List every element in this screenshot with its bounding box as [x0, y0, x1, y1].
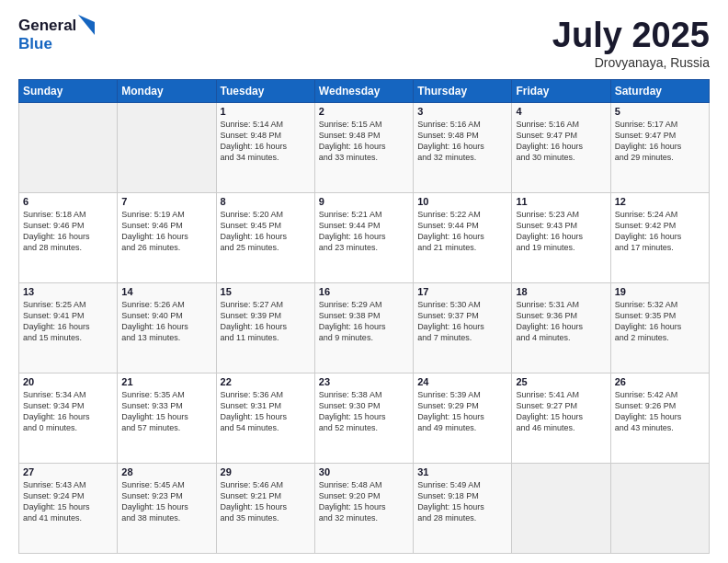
calendar-cell: 27Sunrise: 5:43 AM Sunset: 9:24 PM Dayli… [19, 463, 118, 553]
cell-content: Sunrise: 5:38 AM Sunset: 9:30 PM Dayligh… [319, 389, 409, 434]
week-row-3: 13Sunrise: 5:25 AM Sunset: 9:41 PM Dayli… [19, 282, 710, 373]
calendar-cell: 2Sunrise: 5:15 AM Sunset: 9:48 PM Daylig… [314, 102, 413, 192]
cell-content: Sunrise: 5:45 AM Sunset: 9:23 PM Dayligh… [121, 479, 211, 524]
day-number: 26 [615, 376, 705, 387]
calendar-cell [512, 463, 610, 553]
calendar-cell: 16Sunrise: 5:29 AM Sunset: 9:38 PM Dayli… [314, 282, 413, 373]
cell-content: Sunrise: 5:16 AM Sunset: 9:48 PM Dayligh… [417, 119, 507, 164]
calendar-cell: 19Sunrise: 5:32 AM Sunset: 9:35 PM Dayli… [610, 282, 709, 373]
calendar-cell: 20Sunrise: 5:34 AM Sunset: 9:34 PM Dayli… [19, 373, 118, 463]
cell-content: Sunrise: 5:27 AM Sunset: 9:39 PM Dayligh… [221, 299, 311, 344]
calendar-cell: 23Sunrise: 5:38 AM Sunset: 9:30 PM Dayli… [314, 373, 413, 463]
calendar-cell: 26Sunrise: 5:42 AM Sunset: 9:26 PM Dayli… [610, 373, 709, 463]
title-block: July 2025 Drovyanaya, Russia [552, 17, 710, 70]
day-header-tuesday: Tuesday [216, 79, 314, 102]
calendar-cell: 11Sunrise: 5:23 AM Sunset: 9:43 PM Dayli… [512, 192, 610, 282]
calendar-cell: 30Sunrise: 5:48 AM Sunset: 9:20 PM Dayli… [314, 463, 413, 553]
cell-content: Sunrise: 5:23 AM Sunset: 9:43 PM Dayligh… [516, 209, 606, 254]
day-number: 3 [417, 106, 507, 117]
cell-content: Sunrise: 5:35 AM Sunset: 9:33 PM Dayligh… [121, 389, 211, 434]
logo-icon [78, 15, 95, 35]
day-number: 30 [319, 466, 409, 477]
cell-content: Sunrise: 5:43 AM Sunset: 9:24 PM Dayligh… [23, 479, 113, 524]
cell-content: Sunrise: 5:26 AM Sunset: 9:40 PM Dayligh… [121, 299, 211, 344]
calendar-cell: 14Sunrise: 5:26 AM Sunset: 9:40 PM Dayli… [118, 282, 216, 373]
day-header-wednesday: Wednesday [314, 79, 413, 102]
calendar-cell: 6Sunrise: 5:18 AM Sunset: 9:46 PM Daylig… [19, 192, 118, 282]
day-number: 24 [417, 376, 507, 387]
cell-content: Sunrise: 5:14 AM Sunset: 9:48 PM Dayligh… [221, 119, 311, 164]
day-number: 8 [221, 196, 311, 207]
day-number: 31 [417, 466, 507, 477]
calendar-cell: 10Sunrise: 5:22 AM Sunset: 9:44 PM Dayli… [414, 192, 512, 282]
cell-content: Sunrise: 5:39 AM Sunset: 9:29 PM Dayligh… [417, 389, 507, 434]
day-header-monday: Monday [118, 79, 216, 102]
week-row-4: 20Sunrise: 5:34 AM Sunset: 9:34 PM Dayli… [19, 373, 710, 463]
cell-content: Sunrise: 5:46 AM Sunset: 9:21 PM Dayligh… [221, 479, 311, 524]
day-number: 23 [319, 376, 409, 387]
calendar-cell: 1Sunrise: 5:14 AM Sunset: 9:48 PM Daylig… [216, 102, 314, 192]
day-header-thursday: Thursday [414, 79, 512, 102]
day-number: 27 [23, 466, 113, 477]
day-number: 25 [516, 376, 606, 387]
calendar-cell: 17Sunrise: 5:30 AM Sunset: 9:37 PM Dayli… [414, 282, 512, 373]
calendar-cell [19, 102, 118, 192]
day-number: 9 [319, 196, 409, 207]
cell-content: Sunrise: 5:16 AM Sunset: 9:47 PM Dayligh… [516, 119, 606, 164]
day-number: 4 [516, 106, 606, 117]
header: General Blue July 2025 Drovyanaya, Russi… [18, 17, 710, 70]
day-number: 1 [221, 106, 311, 117]
day-number: 28 [121, 466, 211, 477]
day-number: 21 [121, 376, 211, 387]
day-header-saturday: Saturday [610, 79, 709, 102]
day-number: 12 [615, 196, 705, 207]
day-number: 14 [121, 286, 211, 297]
calendar-cell [118, 102, 216, 192]
calendar-cell: 21Sunrise: 5:35 AM Sunset: 9:33 PM Dayli… [118, 373, 216, 463]
week-row-2: 6Sunrise: 5:18 AM Sunset: 9:46 PM Daylig… [19, 192, 710, 282]
cell-content: Sunrise: 5:19 AM Sunset: 9:46 PM Dayligh… [121, 209, 211, 254]
calendar-cell: 12Sunrise: 5:24 AM Sunset: 9:42 PM Dayli… [610, 192, 709, 282]
week-row-1: 1Sunrise: 5:14 AM Sunset: 9:48 PM Daylig… [19, 102, 710, 192]
cell-content: Sunrise: 5:18 AM Sunset: 9:46 PM Dayligh… [23, 209, 113, 254]
month-title: July 2025 [552, 17, 710, 55]
day-number: 20 [23, 376, 113, 387]
day-number: 7 [121, 196, 211, 207]
calendar-cell: 15Sunrise: 5:27 AM Sunset: 9:39 PM Dayli… [216, 282, 314, 373]
day-number: 18 [516, 286, 606, 297]
cell-content: Sunrise: 5:25 AM Sunset: 9:41 PM Dayligh… [23, 299, 113, 344]
calendar-cell: 25Sunrise: 5:41 AM Sunset: 9:27 PM Dayli… [512, 373, 610, 463]
day-number: 29 [221, 466, 311, 477]
cell-content: Sunrise: 5:15 AM Sunset: 9:48 PM Dayligh… [319, 119, 409, 164]
cell-content: Sunrise: 5:49 AM Sunset: 9:18 PM Dayligh… [417, 479, 507, 524]
cell-content: Sunrise: 5:41 AM Sunset: 9:27 PM Dayligh… [516, 389, 606, 434]
cell-content: Sunrise: 5:21 AM Sunset: 9:44 PM Dayligh… [319, 209, 409, 254]
day-number: 15 [221, 286, 311, 297]
calendar-cell: 5Sunrise: 5:17 AM Sunset: 9:47 PM Daylig… [610, 102, 709, 192]
calendar-table: SundayMondayTuesdayWednesdayThursdayFrid… [18, 79, 710, 554]
calendar-cell: 13Sunrise: 5:25 AM Sunset: 9:41 PM Dayli… [19, 282, 118, 373]
calendar-cell: 28Sunrise: 5:45 AM Sunset: 9:23 PM Dayli… [118, 463, 216, 553]
logo: General Blue [18, 17, 95, 53]
calendar-cell: 24Sunrise: 5:39 AM Sunset: 9:29 PM Dayli… [414, 373, 512, 463]
cell-content: Sunrise: 5:31 AM Sunset: 9:36 PM Dayligh… [516, 299, 606, 344]
calendar-header-row: SundayMondayTuesdayWednesdayThursdayFrid… [19, 79, 710, 102]
page: General Blue July 2025 Drovyanaya, Russi… [0, 0, 728, 563]
calendar-cell: 7Sunrise: 5:19 AM Sunset: 9:46 PM Daylig… [118, 192, 216, 282]
cell-content: Sunrise: 5:22 AM Sunset: 9:44 PM Dayligh… [417, 209, 507, 254]
day-number: 6 [23, 196, 113, 207]
cell-content: Sunrise: 5:36 AM Sunset: 9:31 PM Dayligh… [221, 389, 311, 434]
calendar-cell: 9Sunrise: 5:21 AM Sunset: 9:44 PM Daylig… [314, 192, 413, 282]
calendar-cell [610, 463, 709, 553]
day-number: 10 [417, 196, 507, 207]
calendar-cell: 31Sunrise: 5:49 AM Sunset: 9:18 PM Dayli… [414, 463, 512, 553]
day-number: 5 [615, 106, 705, 117]
day-header-sunday: Sunday [19, 79, 118, 102]
day-number: 2 [319, 106, 409, 117]
day-number: 22 [221, 376, 311, 387]
cell-content: Sunrise: 5:24 AM Sunset: 9:42 PM Dayligh… [615, 209, 705, 254]
calendar-cell: 3Sunrise: 5:16 AM Sunset: 9:48 PM Daylig… [414, 102, 512, 192]
calendar-cell: 22Sunrise: 5:36 AM Sunset: 9:31 PM Dayli… [216, 373, 314, 463]
logo-general: General [18, 17, 76, 35]
day-number: 16 [319, 286, 409, 297]
